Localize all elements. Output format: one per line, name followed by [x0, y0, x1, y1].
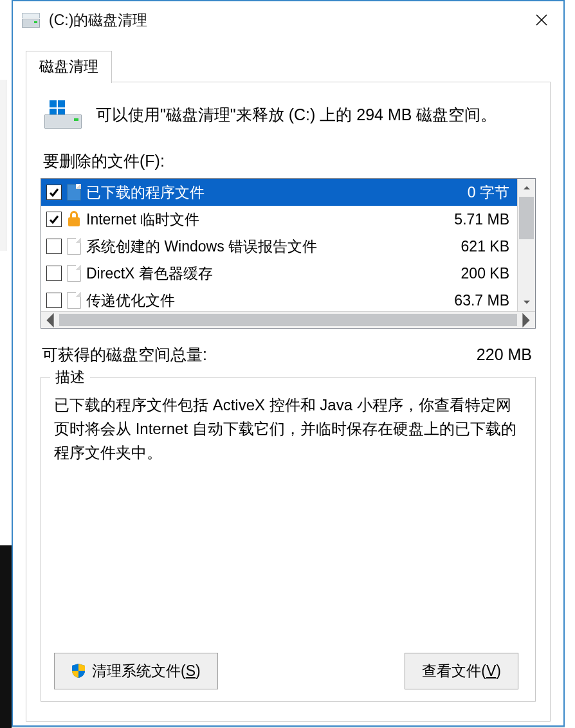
file-name: DirectX 着色器缓存 [86, 264, 456, 284]
scroll-right-button[interactable] [517, 312, 535, 328]
app-drive-icon [22, 12, 40, 28]
cleanup-system-files-button[interactable]: 清理系统文件(S) [54, 653, 218, 689]
uac-shield-icon [71, 663, 86, 678]
background-left-strip [0, 0, 12, 728]
file-checkbox[interactable] [46, 293, 62, 308]
scroll-up-button[interactable] [518, 179, 535, 197]
file-checkbox[interactable] [46, 185, 62, 200]
chevron-left-icon [41, 311, 59, 329]
tabstrip: 磁盘清理 [26, 50, 563, 82]
files-listbox: 已下载的程序文件0 字节Internet 临时文件5.71 MB系统创建的 Wi… [41, 178, 536, 329]
file-checkbox[interactable] [46, 239, 62, 254]
view-files-button[interactable]: 查看文件(V) [405, 653, 518, 689]
file-icon [67, 265, 81, 282]
summary-row: 可以使用"磁盘清理"来释放 (C:) 上的 294 MB 磁盘空间。 [44, 100, 536, 129]
vertical-scrollbar[interactable] [517, 179, 535, 311]
file-icon [67, 292, 81, 309]
close-icon [535, 14, 548, 26]
file-icon [67, 238, 81, 255]
horizontal-scroll-thumb[interactable] [59, 314, 517, 326]
description-text: 已下载的程序文件包括 ActiveX 控件和 Java 小程序，你查看特定网页时… [54, 393, 522, 465]
total-row: 可获得的磁盘空间总量: 220 MB [42, 344, 532, 365]
horizontal-scrollbar[interactable] [41, 311, 535, 328]
chevron-down-icon [523, 298, 531, 306]
summary-text: 可以使用"磁盘清理"来释放 (C:) 上的 294 MB 磁盘空间。 [96, 103, 497, 126]
disk-cleanup-dialog: (C:)的磁盘清理 磁盘清理 可以使用"磁盘清理"来释放 (C:) 上的 294… [12, 0, 565, 727]
file-row[interactable]: 已下载的程序文件0 字节 [41, 179, 517, 206]
file-size: 200 KB [461, 265, 509, 282]
total-value: 220 MB [477, 345, 532, 364]
file-checkbox[interactable] [46, 212, 62, 227]
chevron-up-icon [523, 184, 531, 192]
lock-icon [67, 211, 81, 228]
tab-panel: 可以使用"磁盘清理"来释放 (C:) 上的 294 MB 磁盘空间。 要删除的文… [26, 82, 551, 722]
drive-cleanup-icon [44, 100, 82, 129]
button-label: 清理系统文件(S) [92, 661, 201, 681]
file-size: 621 KB [461, 238, 509, 255]
titlebar[interactable]: (C:)的磁盘清理 [13, 1, 563, 39]
file-name: 传递优化文件 [86, 291, 449, 311]
file-name: Internet 临时文件 [86, 210, 449, 230]
file-row[interactable]: DirectX 着色器缓存200 KB [41, 260, 517, 287]
background-right-strip [565, 0, 575, 728]
chevron-right-icon [517, 311, 535, 329]
scroll-left-button[interactable] [41, 312, 59, 328]
files-to-delete-label: 要删除的文件(F): [43, 150, 536, 172]
file-size: 5.71 MB [454, 211, 509, 228]
tab-disk-cleanup[interactable]: 磁盘清理 [26, 51, 112, 83]
file-row[interactable]: 系统创建的 Windows 错误报告文件621 KB [41, 233, 517, 260]
total-label: 可获得的磁盘空间总量: [42, 344, 207, 365]
scroll-down-button[interactable] [518, 293, 535, 311]
file-size: 0 字节 [468, 183, 509, 203]
window-title: (C:)的磁盘清理 [49, 10, 521, 30]
close-button[interactable] [521, 5, 562, 35]
description-legend: 描述 [50, 367, 90, 387]
file-size: 63.7 MB [454, 292, 509, 309]
file-name: 已下载的程序文件 [86, 183, 462, 203]
vertical-scroll-thumb[interactable] [519, 197, 534, 239]
file-row[interactable]: Internet 临时文件5.71 MB [41, 206, 517, 233]
button-label: 查看文件(V) [422, 661, 501, 681]
description-groupbox: 描述 已下载的程序文件包括 ActiveX 控件和 Java 小程序，你查看特定… [41, 377, 536, 702]
file-icon [67, 184, 81, 201]
file-row[interactable]: 传递优化文件63.7 MB [41, 287, 517, 311]
file-name: 系统创建的 Windows 错误报告文件 [86, 237, 456, 257]
file-checkbox[interactable] [46, 266, 62, 281]
